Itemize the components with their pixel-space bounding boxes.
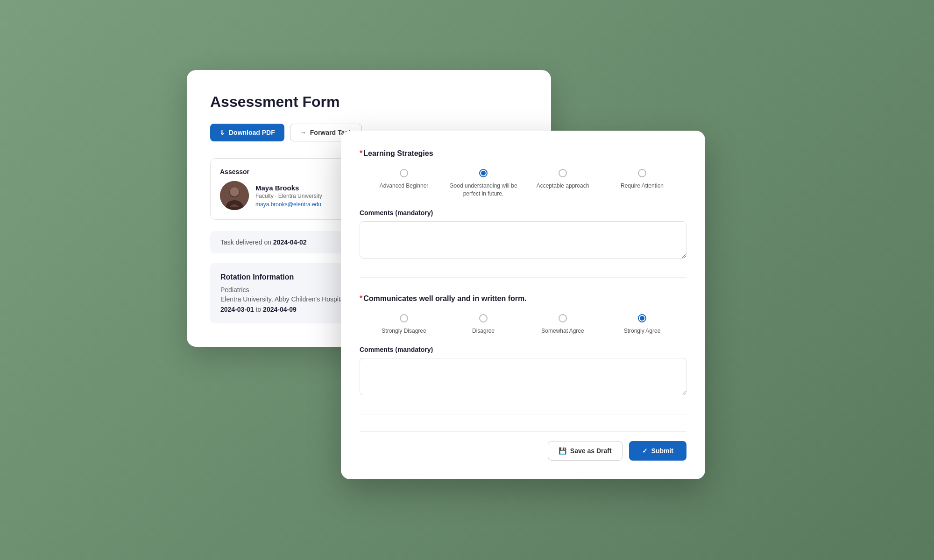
save-draft-button[interactable]: 💾 Save as Draft [548,441,623,461]
comments-label-2: Comments (mandatory) [360,346,686,353]
options-row-2: Strongly Disagree Disagree Somewhat Agre… [360,314,686,335]
assessor-avatar [220,181,249,210]
task-date: 2024-04-02 [273,238,307,246]
radio-cw-3[interactable] [559,314,567,322]
option-ls-1-label: Advanced Beginner [380,182,429,190]
radio-cw-1[interactable] [400,314,408,322]
option-cw-4[interactable]: Strongly Agree [602,314,682,335]
assessor-info: Maya Brooks Faculty · Elentra University… [255,184,322,208]
assessor-label: Assessor [220,168,322,175]
option-cw-2[interactable]: Disagree [444,314,523,335]
option-cw-1-label: Strongly Disagree [382,327,426,335]
card-footer: 💾 Save as Draft ✓ Submit [360,431,686,461]
radio-ls-2[interactable] [479,169,488,177]
radio-cw-4[interactable] [638,314,646,322]
option-cw-1[interactable]: Strongly Disagree [364,314,444,335]
rotation-start: 2024-03-01 [220,306,254,313]
svg-point-3 [230,187,239,196]
required-marker-1: * [360,149,362,157]
option-ls-4-label: Require Attention [621,182,664,190]
download-icon: ⇓ [219,129,225,136]
question-1-label: *Learning Strategies [360,149,686,158]
option-cw-3-label: Somewhat Agree [541,327,584,335]
questions-card: *Learning Strategies Advanced Beginner G… [341,131,705,479]
comments-label-1: Comments (mandatory) [360,209,686,217]
option-ls-3-label: Acceptable approach [537,182,589,190]
check-icon: ✓ [642,447,648,455]
assessor-card: Assessor Maya Brooks [210,158,358,220]
radio-ls-1[interactable] [400,169,408,177]
comments-textarea-2[interactable] [360,358,686,395]
radio-ls-4[interactable] [638,169,646,177]
page-title: Assessment Form [210,93,528,111]
save-icon: 💾 [559,447,566,455]
assessor-role: Faculty · Elentra University [255,193,322,199]
scene: Assessment Form ⇓ Download PDF → Forward… [187,70,747,490]
assessor-name: Maya Brooks [255,184,322,192]
option-ls-1[interactable]: Advanced Beginner [364,169,444,198]
option-ls-2[interactable]: Good understanding will be perfect in fu… [444,169,523,198]
radio-ls-3[interactable] [559,169,567,177]
option-cw-3[interactable]: Somewhat Agree [523,314,602,335]
section-learning-strategies: *Learning Strategies Advanced Beginner G… [360,149,686,278]
options-row-1: Advanced Beginner Good understanding wil… [360,169,686,198]
download-pdf-button[interactable]: ⇓ Download PDF [210,124,284,141]
option-ls-4[interactable]: Require Attention [602,169,682,198]
option-ls-2-label: Good understanding will be perfect in fu… [444,182,523,198]
comments-textarea-1[interactable] [360,221,686,259]
section-communicates-well: *Communicates well orally and in written… [360,294,686,415]
submit-button[interactable]: ✓ Submit [629,441,686,461]
assessor-email: maya.brooks@elentra.edu [255,201,322,208]
question-2-label: *Communicates well orally and in written… [360,294,686,303]
option-ls-3[interactable]: Acceptable approach [523,169,602,198]
rotation-end: 2024-04-09 [263,306,297,313]
radio-cw-2[interactable] [479,314,488,322]
option-cw-4-label: Strongly Agree [624,327,661,335]
required-marker-2: * [360,294,362,302]
option-cw-2-label: Disagree [472,327,495,335]
forward-icon: → [300,129,306,136]
